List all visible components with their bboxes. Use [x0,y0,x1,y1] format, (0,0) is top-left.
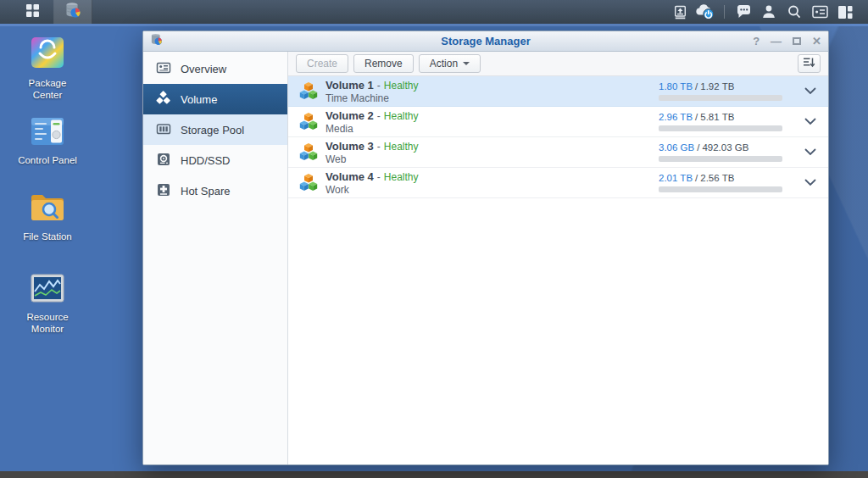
caret-down-icon [463,62,470,65]
window-app-icon [150,33,163,49]
sort-icon [803,57,815,70]
chat-icon[interactable] [731,0,756,24]
close-button[interactable]: ✕ [812,36,821,47]
capacity-used: 3.06 GB [659,142,694,153]
maximize-button[interactable] [793,37,801,45]
sort-button[interactable] [798,54,821,73]
sidebar-item-overview[interactable]: Overview [143,53,287,84]
volume-name: Volume 4 [326,170,374,183]
hdd-icon [156,152,171,170]
volume-info: Volume 2 - Healthy Media [326,109,419,135]
main-content: Create Remove Action [288,52,828,464]
chevron-down-icon[interactable] [803,179,818,186]
slash: / [697,142,699,153]
volume-status: Healthy [384,141,419,153]
create-button[interactable]: Create [296,54,348,73]
volume-row-4[interactable]: Volume 4 - Healthy Work 2.01 TB/2.56 TB [288,168,828,198]
shortcut-label: Package Center [15,77,80,102]
shortcut-file-station[interactable]: File Station [15,192,80,242]
chevron-down-icon[interactable] [803,87,818,95]
volume-info: Volume 4 - Healthy Work [326,170,419,196]
volume-status: Healthy [384,80,419,92]
screen: Package Center Control Panel [0,0,868,478]
volume-row-1[interactable]: Volume 1 - Healthy Time Machine 1.80 TB/… [288,76,828,107]
capacity-total: 5.81 TB [700,112,734,122]
slash: / [695,112,698,122]
volume-info: Volume 1 - Healthy Time Machine [326,79,419,104]
action-button[interactable]: Action [419,54,481,73]
sidebar-item-label: Hot Spare [181,185,231,197]
volume-capacity-block: 2.96 TB/5.81 TB [659,112,818,131]
taskbar [0,0,868,24]
main-menu-icon [25,3,40,21]
capacity-bar [659,186,782,192]
pilot-view-icon[interactable] [832,0,858,24]
volume-cubes-icon [296,172,321,194]
volume-description: Media [326,124,419,135]
sidebar-item-label: Storage Pool [181,124,244,136]
package-center-icon [30,34,65,73]
resource-monitor-icon [30,273,65,307]
dash: - [377,171,381,184]
volume-name: Volume 3 [326,140,374,153]
sidebar-item-hot-spare[interactable]: Hot Spare [143,175,287,206]
volume-description: Time Machine [326,93,419,104]
user-icon[interactable] [756,0,782,24]
minimize-button[interactable]: — [771,36,782,47]
window-titlebar[interactable]: Storage Manager ? — ✕ [143,31,828,52]
storage-manager-window: Storage Manager ? — ✕ [142,31,829,465]
file-station-icon [29,192,66,226]
volume-capacity-block: 1.80 TB/1.92 TB [659,81,818,101]
capacity-text: 3.06 GB/492.03 GB [659,142,782,153]
sidebar-item-label: HDD/SSD [181,154,231,167]
help-button[interactable]: ? [753,36,760,47]
dash: - [377,80,381,92]
search-icon[interactable] [782,0,807,24]
taskbar-storage-manager-button[interactable] [54,0,92,24]
cloud-sync-icon[interactable] [693,0,718,24]
chevron-down-icon[interactable] [803,148,818,156]
eject-device-icon[interactable] [667,0,693,24]
slash: / [695,173,698,183]
shortcut-resource-monitor[interactable]: Resource Monitor [15,273,80,336]
window-title: Storage Manager [143,35,828,47]
shortcut-control-panel[interactable]: Control Panel [15,116,80,166]
capacity-bar [659,95,782,101]
volume-capacity-block: 2.01 TB/2.56 TB [659,173,818,192]
volume-status: Healthy [384,110,419,123]
chevron-down-icon[interactable] [803,118,818,125]
notifications-icon[interactable] [807,0,832,24]
volume-row-3[interactable]: Volume 3 - Healthy Web 3.06 GB/492.03 GB [288,137,828,168]
capacity-bar [659,156,782,162]
capacity-used: 2.01 TB [659,173,693,183]
dash: - [377,110,381,123]
sidebar: Overview Volume [143,52,288,464]
shortcut-label: File Station [15,231,80,242]
capacity-text: 2.01 TB/2.56 TB [659,173,782,183]
capacity-total: 492.03 GB [702,142,748,153]
sidebar-item-hdd-ssd[interactable]: HDD/SSD [143,145,287,175]
shortcut-label: Resource Monitor [15,311,80,336]
remove-button[interactable]: Remove [353,54,414,73]
volume-name: Volume 1 [326,79,374,92]
overview-icon [156,60,171,78]
storage-manager-icon [64,2,81,22]
volume-cubes-icon [296,111,321,133]
sidebar-item-storage-pool[interactable]: Storage Pool [143,114,287,145]
volume-description: Web [326,154,419,165]
taskbar-separator [724,5,725,19]
volume-cubes-icon [296,81,321,103]
capacity-total: 1.92 TB [700,81,734,92]
desktop-icons: Package Center Control Panel [15,34,80,349]
hot-spare-icon [156,182,171,200]
volume-cubes-icon [296,142,321,164]
sidebar-item-volume[interactable]: Volume [143,84,287,114]
action-button-label: Action [430,58,458,69]
toolbar: Create Remove Action [288,52,828,76]
volume-row-2[interactable]: Volume 2 - Healthy Media 2.96 TB/5.81 TB [288,107,828,137]
shortcut-package-center[interactable]: Package Center [15,34,80,102]
main-menu-button[interactable] [12,0,54,24]
slash: / [695,81,698,92]
dash: - [377,141,381,153]
volume-status: Healthy [384,171,419,184]
